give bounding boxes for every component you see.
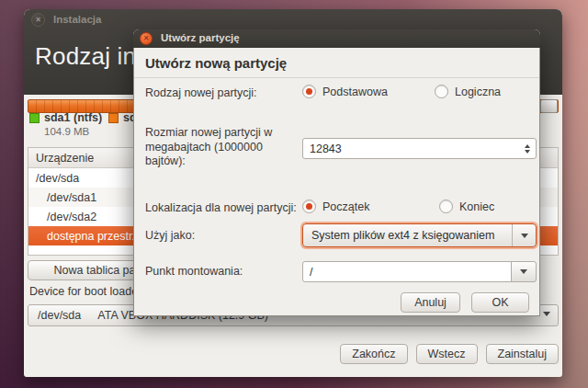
spinner-arrows-icon[interactable]	[519, 139, 536, 158]
size-spinner[interactable]: 12843	[302, 138, 537, 159]
window-title: Instalacja	[53, 14, 101, 25]
radio-beginning[interactable]: Początek	[302, 200, 369, 213]
radio-primary[interactable]: Podstawowa	[302, 85, 388, 98]
table-cell: /dev/sda1	[47, 191, 96, 204]
radio-unchecked-icon[interactable]	[435, 85, 448, 98]
radio-end[interactable]: Koniec	[439, 200, 494, 213]
table-cell: /dev/sda2	[47, 211, 96, 223]
radio-label: Podstawowa	[322, 86, 388, 98]
dialog-titlebar[interactable]: ✕ Utwórz partycję	[133, 29, 540, 48]
titlebar[interactable]: ✕ Instalacja	[24, 9, 562, 31]
cancel-button[interactable]: Anuluj	[401, 292, 460, 313]
partition-bar-free-segment	[540, 99, 558, 113]
boot-device-name: /dev/sda	[38, 309, 81, 322]
radio-unchecked-icon[interactable]	[439, 200, 453, 213]
partition-type-label: Rodzaj nowej partycji:	[145, 86, 257, 99]
use-as-select[interactable]: System plików ext4 z księgowaniem	[302, 223, 537, 247]
chevron-down-icon[interactable]	[512, 224, 536, 246]
radio-logical[interactable]: Logiczna	[435, 85, 501, 98]
table-cell: /dev/sda	[36, 172, 79, 185]
close-icon[interactable]: ✕	[140, 32, 153, 45]
partition-location-label: Lokalizacja dla nowej partycji:	[145, 201, 297, 214]
legend-size: 104.9 MB	[44, 126, 102, 137]
footer-buttons: Zakończ Wstecz Zainstaluj	[340, 344, 559, 364]
radio-label: Logiczna	[455, 86, 501, 98]
legend-item-sda1: sda1 (ntfs) 104.9 MB	[29, 111, 102, 137]
mount-point-label: Punkt montowania:	[145, 265, 243, 278]
mount-point-dropdown-button[interactable]	[511, 261, 537, 282]
use-as-value: System plików ext4 z księgowaniem	[303, 229, 512, 242]
size-value[interactable]: 12843	[303, 143, 519, 155]
radio-checked-icon[interactable]	[302, 200, 316, 213]
radio-label: Początek	[322, 200, 369, 213]
quit-button[interactable]: Zakończ	[340, 344, 407, 364]
radio-label: Koniec	[459, 200, 494, 213]
partition-size-label: Rozmiar nowej partycji w megabajtach (10…	[145, 126, 303, 169]
legend-swatch-green	[29, 113, 40, 123]
ok-button[interactable]: OK	[471, 292, 529, 313]
create-partition-dialog: ✕ Utwórz partycję Utwórz nową partycję R…	[133, 29, 540, 316]
chevron-down-icon	[520, 269, 527, 274]
legend-swatch-orange	[108, 113, 119, 123]
back-button[interactable]: Wstecz	[416, 344, 478, 364]
dialog-heading: Utwórz nową partycję	[134, 48, 539, 78]
chevron-down-icon	[543, 312, 550, 316]
legend-label: sda1 (ntfs)	[44, 111, 102, 124]
dialog-body: Utwórz nową partycję Rodzaj nowej partyc…	[133, 48, 540, 316]
desktop: { "main_window": { "titlebar": { "title"…	[0, 0, 588, 388]
dialog-title: Utwórz partycję	[161, 32, 240, 43]
radio-checked-icon[interactable]	[302, 85, 316, 98]
use-as-label: Użyj jako:	[145, 229, 195, 242]
mount-point-input[interactable]: /	[302, 261, 512, 282]
close-icon[interactable]: ✕	[31, 13, 45, 27]
install-button[interactable]: Zainstaluj	[486, 344, 560, 364]
